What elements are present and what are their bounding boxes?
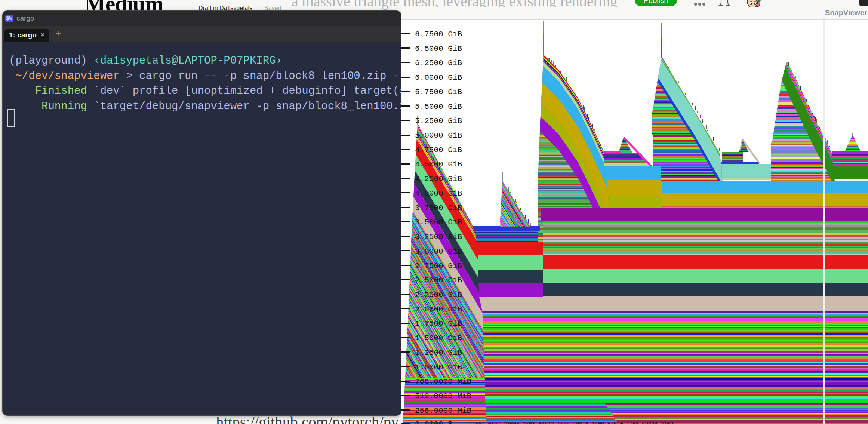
svg-text:5.0000 GiB: 5.0000 GiB xyxy=(415,131,462,140)
svg-text:256.0000 MiB: 256.0000 MiB xyxy=(415,406,471,415)
svg-text:4.0000 GiB: 4.0000 GiB xyxy=(415,189,462,198)
svg-text:1.5000 GiB: 1.5000 GiB xyxy=(415,334,462,342)
svg-text:6.0000 GiB: 6.0000 GiB xyxy=(415,73,462,82)
svg-text:5.7500 GiB: 5.7500 GiB xyxy=(415,88,462,96)
svg-text:3.7500 GiB: 3.7500 GiB xyxy=(415,204,462,212)
svg-text:512.0000 MiB: 512.0000 MiB xyxy=(415,392,471,400)
svg-text:4.7500 GiB: 4.7500 GiB xyxy=(415,146,462,154)
svg-text:6.5000 GiB: 6.5000 GiB xyxy=(415,44,462,53)
svg-text:5.5000 GiB: 5.5000 GiB xyxy=(415,102,462,111)
svg-text:1.7500 GiB: 1.7500 GiB xyxy=(415,319,462,328)
svg-text:1.0000 GiB: 1.0000 GiB xyxy=(415,363,462,372)
svg-text:6.7500 GiB: 6.7500 GiB xyxy=(415,30,462,39)
svg-text:6.2500 GiB: 6.2500 GiB xyxy=(415,59,462,67)
svg-text:768.0000 MiB: 768.0000 MiB xyxy=(415,377,471,386)
svg-text:3.2500 GiB: 3.2500 GiB xyxy=(415,233,462,241)
svg-text:SnapViewer: SnapViewer xyxy=(825,9,867,17)
svg-text:2.0000 GiB: 2.0000 GiB xyxy=(415,305,462,314)
svg-text:3.5000 GiB: 3.5000 GiB xyxy=(415,218,462,227)
svg-text:4.2500 GiB: 4.2500 GiB xyxy=(415,175,462,183)
svg-text:2.7500 GiB: 2.7500 GiB xyxy=(415,262,462,270)
svg-text:4.5000 GiB: 4.5000 GiB xyxy=(415,160,462,169)
svg-text:2.2500 GiB: 2.2500 GiB xyxy=(415,291,462,299)
svg-text:3.0000 GiB: 3.0000 GiB xyxy=(415,247,462,256)
svg-text:2.5000 GiB: 2.5000 GiB xyxy=(415,276,462,285)
svg-text:1.2500 GiB: 1.2500 GiB xyxy=(415,348,462,357)
svg-text:5.2500 GiB: 5.2500 GiB xyxy=(415,117,462,125)
svg-text:0.0000 B: 0.0000 B xyxy=(415,420,453,424)
svg-text:11504.0351 23008.0703 34512.: 11504.0351 23008.0703 34512.1055 46016.1… xyxy=(469,421,673,424)
